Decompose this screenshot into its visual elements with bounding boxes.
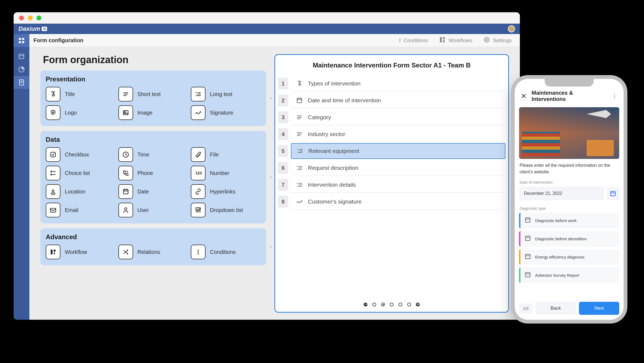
sidebar bbox=[14, 47, 29, 320]
field-type-checkbox[interactable]: Checkbox bbox=[46, 147, 116, 162]
location-icon bbox=[46, 184, 60, 199]
field-type-title[interactable]: ATitle bbox=[46, 87, 116, 101]
minimize-window-button[interactable] bbox=[28, 16, 33, 20]
shorttext-icon bbox=[296, 114, 303, 121]
form-field-row[interactable]: 7❝Intervention details bbox=[278, 176, 505, 193]
sidebar-item-analytics[interactable] bbox=[14, 63, 29, 76]
form-field-row[interactable]: 2Date and time of intervention bbox=[278, 92, 505, 109]
field-type-conditions[interactable]: Conditions bbox=[191, 245, 261, 259]
desktop-window: DaxiumAI Form configuration ! Conditions… bbox=[14, 12, 520, 320]
pager-dot[interactable] bbox=[372, 303, 376, 306]
next-button[interactable]: Next bbox=[579, 302, 619, 315]
field-content[interactable]: Date and time of intervention bbox=[291, 93, 505, 108]
field-type-file[interactable]: File bbox=[191, 147, 261, 162]
svg-rect-79 bbox=[525, 272, 530, 277]
date-input[interactable]: December 21, 2022 bbox=[519, 187, 604, 200]
field-row-label: Customer's signature bbox=[308, 198, 362, 205]
field-type-dropdown[interactable]: Dropdown list bbox=[191, 203, 261, 217]
field-row-label: Date and time of intervention bbox=[308, 97, 381, 104]
nav-grid-button[interactable] bbox=[14, 34, 29, 47]
form-field-row[interactable]: 4Industry sector bbox=[278, 126, 505, 143]
field-type-relations[interactable]: Relations bbox=[118, 245, 188, 259]
form-preview-title: Maintenance Intervention Form Sector A1 … bbox=[275, 61, 508, 69]
calendar-icon bbox=[524, 253, 531, 261]
conditions-button[interactable]: ! Conditions bbox=[399, 38, 428, 44]
close-window-button[interactable] bbox=[19, 16, 24, 20]
form-pager bbox=[275, 297, 508, 306]
form-field-list: 1ATypes of intervention2Date and time of… bbox=[275, 75, 508, 210]
pager-add-page[interactable] bbox=[416, 303, 420, 306]
field-type-signature[interactable]: Signature bbox=[191, 105, 261, 120]
form-field-row[interactable]: 6❝Request description bbox=[278, 159, 505, 176]
pager-dot[interactable] bbox=[398, 303, 402, 306]
pager-dot-current[interactable] bbox=[381, 303, 385, 306]
toolbar-actions: ! Conditions Workflows Settings bbox=[399, 36, 520, 45]
field-content[interactable]: ATypes of intervention bbox=[291, 76, 505, 91]
field-type-logo[interactable]: Logo bbox=[46, 105, 116, 120]
image-icon bbox=[118, 105, 133, 120]
field-type-date[interactable]: Date bbox=[118, 184, 188, 199]
field-content[interactable]: Category bbox=[291, 109, 505, 125]
pager-remove-page[interactable] bbox=[364, 303, 367, 306]
field-type-phone[interactable]: Phone bbox=[118, 166, 188, 180]
pager-dot[interactable] bbox=[390, 303, 394, 306]
field-content[interactable]: Industry sector bbox=[291, 126, 505, 142]
form-field-row[interactable]: 3Category bbox=[278, 109, 505, 126]
field-type-location[interactable]: Location bbox=[46, 184, 116, 199]
sidebar-item-forms[interactable] bbox=[14, 76, 29, 89]
field-label: Hyperlinks bbox=[210, 189, 235, 195]
field-content[interactable]: ❝Request description bbox=[291, 160, 505, 176]
form-field-row[interactable]: 8Customer's signature bbox=[278, 193, 505, 210]
more-icon[interactable]: ⋮ bbox=[612, 93, 618, 100]
field-type-workflow[interactable]: Workflow bbox=[46, 245, 116, 259]
field-type-shorttext[interactable]: Short text bbox=[118, 87, 188, 101]
field-content[interactable]: ❝Intervention details bbox=[291, 177, 505, 193]
field-content[interactable]: Customer's signature bbox=[291, 194, 505, 210]
field-type-time[interactable]: Time bbox=[118, 147, 188, 162]
diagnostic-option[interactable]: Diagnostic before work bbox=[519, 213, 619, 228]
diagnostic-option[interactable]: Asbestos Survey Report bbox=[519, 267, 619, 283]
diagnostic-list: Diagnostic before workDiagnostic before … bbox=[515, 213, 624, 283]
chevron-right-icon[interactable]: › bbox=[270, 96, 272, 101]
diagnostic-option[interactable]: Energy efficiency diagnosis bbox=[519, 249, 619, 265]
field-label: Image bbox=[137, 110, 153, 116]
back-button[interactable]: Back bbox=[536, 302, 576, 315]
title-icon: A bbox=[46, 87, 60, 101]
maximize-window-button[interactable] bbox=[36, 16, 41, 20]
svg-rect-2 bbox=[19, 41, 21, 43]
close-icon[interactable]: ✕ bbox=[521, 92, 527, 100]
mobile-footer: 1/3 Back Next bbox=[519, 302, 619, 315]
svg-point-34 bbox=[51, 193, 55, 195]
pager-dot[interactable] bbox=[407, 303, 411, 306]
file-icon bbox=[191, 147, 206, 162]
category-card: PresentationATitleShort text❝Long textLo… bbox=[40, 70, 266, 126]
form-field-row[interactable]: 1ATypes of intervention bbox=[278, 75, 505, 92]
field-label: File bbox=[210, 152, 219, 158]
diagnostic-option[interactable]: Diagnostic before demolition bbox=[519, 231, 619, 247]
field-type-email[interactable]: Email bbox=[46, 203, 116, 217]
date-picker-button[interactable] bbox=[607, 187, 619, 200]
svg-rect-5 bbox=[443, 37, 445, 39]
settings-button[interactable]: Settings bbox=[483, 36, 512, 45]
user-avatar[interactable] bbox=[508, 25, 515, 32]
chevron-right-icon[interactable]: › bbox=[270, 244, 272, 249]
field-content[interactable]: ❝Relevant equipment bbox=[291, 143, 505, 159]
chevron-right-icon[interactable]: › bbox=[270, 175, 272, 180]
field-row-label: Types of intervention bbox=[308, 80, 361, 87]
mobile-description: Please enter all the required informatio… bbox=[515, 162, 624, 180]
category-title: Data bbox=[46, 136, 261, 143]
field-type-choicelist[interactable]: Choice list bbox=[46, 166, 116, 180]
sidebar-item-calendar[interactable] bbox=[14, 50, 29, 63]
svg-text:❝: ❝ bbox=[297, 165, 298, 169]
field-type-user[interactable]: User bbox=[118, 203, 188, 217]
form-field-row[interactable]: 5❝Relevant equipment bbox=[278, 143, 505, 159]
field-type-number[interactable]: 123Number bbox=[191, 166, 261, 180]
field-type-longtext[interactable]: ❝Long text bbox=[191, 87, 261, 101]
category-card: DataCheckboxTimeFileChoice listPhone123N… bbox=[40, 131, 266, 223]
field-type-image[interactable]: Image bbox=[118, 105, 188, 120]
workflows-button[interactable]: Workflows bbox=[439, 36, 472, 45]
field-label: Number bbox=[210, 170, 229, 176]
svg-rect-3 bbox=[22, 41, 24, 43]
svg-text:123: 123 bbox=[196, 171, 202, 175]
field-type-hyperlinks[interactable]: Hyperlinks bbox=[191, 184, 261, 199]
